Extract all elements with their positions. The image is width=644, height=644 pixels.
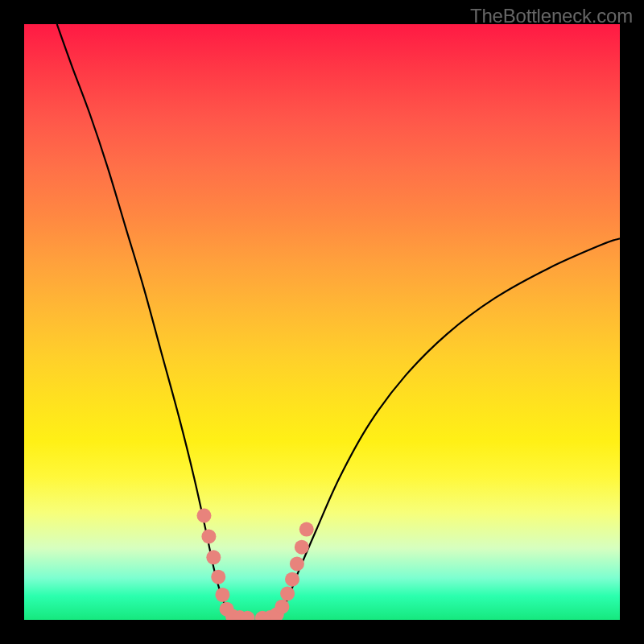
curve-layer <box>24 24 620 620</box>
valley-marker <box>215 588 229 602</box>
valley-marker <box>285 572 299 587</box>
valley-marker <box>299 522 314 537</box>
valley-markers <box>196 509 313 621</box>
valley-marker <box>201 529 216 543</box>
valley-marker <box>295 540 309 555</box>
chart-frame: TheBottleneck.com <box>0 0 644 644</box>
left-curve <box>57 24 233 617</box>
valley-marker <box>275 600 289 614</box>
valley-marker <box>280 586 295 601</box>
watermark-text: TheBottleneck.com <box>470 5 633 27</box>
plot-area <box>24 24 620 620</box>
valley-marker <box>211 570 225 584</box>
right-curve <box>275 238 620 617</box>
valley-marker <box>196 509 211 523</box>
valley-marker <box>206 550 221 564</box>
valley-marker <box>290 556 304 571</box>
